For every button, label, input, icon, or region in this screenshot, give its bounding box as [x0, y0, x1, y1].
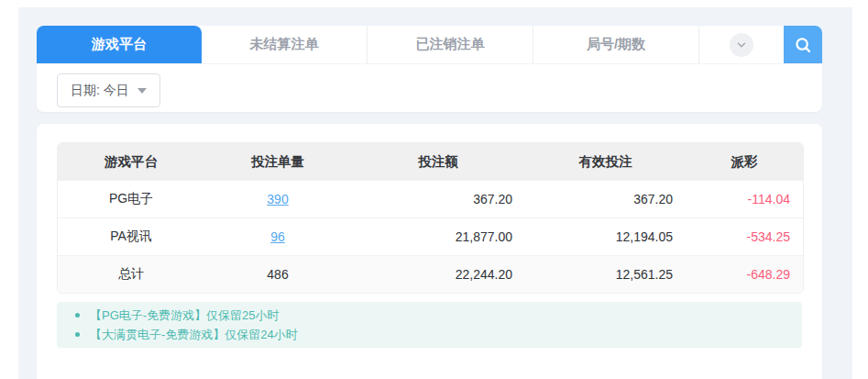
header-payout: 派彩 — [686, 143, 803, 180]
search-icon — [793, 35, 813, 55]
page-background: 游戏平台 未结算注单 已注销注单 局号/期数 — [18, 7, 852, 379]
search-button[interactable] — [784, 26, 822, 63]
tab-game-platform[interactable]: 游戏平台 — [37, 26, 202, 63]
platform-cell: PA视讯 — [58, 217, 204, 255]
payout-cell: -534.25 — [686, 217, 803, 255]
total-valid-bet-cell: 12,561.25 — [525, 255, 686, 293]
filter-row: 日期: 今日 — [37, 64, 822, 107]
tab-unsettled-orders[interactable]: 未结算注单 — [202, 26, 367, 63]
header-bet-count: 投注单量 — [204, 143, 351, 180]
note-text: 【PG电子-免费游戏】仅保留25小时 — [90, 306, 280, 325]
note-line: 【PG电子-免费游戏】仅保留25小时 — [71, 306, 787, 325]
total-label-cell: 总计 — [58, 255, 204, 293]
valid-bet-cell: 12,194.05 — [525, 217, 686, 255]
total-payout-cell: -648.29 — [686, 255, 803, 293]
table-row: PA视讯 96 21,877.00 12,194.05 -534.25 — [58, 217, 803, 255]
note-text: 【大满贯电子-免费游戏】仅保留24小时 — [90, 325, 298, 344]
bullet-icon — [75, 313, 80, 318]
results-table-wrap: 游戏平台 投注单量 投注额 有效投注 派彩 PG电子 390 367.20 36… — [57, 142, 802, 294]
total-bet-count-cell: 486 — [204, 255, 351, 293]
results-panel: 游戏平台 投注单量 投注额 有效投注 派彩 PG电子 390 367.20 36… — [37, 124, 822, 379]
retention-notes: 【PG电子-免费游戏】仅保留25小时 【大满贯电子-免费游戏】仅保留24小时 — [57, 302, 802, 348]
bet-count-link[interactable]: 390 — [267, 192, 288, 206]
payout-cell: -114.04 — [686, 180, 803, 217]
date-filter-label: 日期: 今日 — [71, 83, 129, 99]
more-tabs-toggle[interactable] — [698, 26, 784, 63]
tab-round-number[interactable]: 局号/期数 — [533, 26, 698, 63]
table-total-row: 总计 486 22,244.20 12,561.25 -648.29 — [58, 255, 803, 293]
table-row: PG电子 390 367.20 367.20 -114.04 — [58, 180, 803, 217]
bet-count-link[interactable]: 96 — [270, 229, 285, 244]
header-bet-amount: 投注额 — [351, 143, 525, 180]
bullet-icon — [75, 332, 80, 337]
filter-panel: 游戏平台 未结算注单 已注销注单 局号/期数 — [37, 26, 822, 112]
bet-amount-cell: 21,877.00 — [351, 217, 525, 255]
results-table: 游戏平台 投注单量 投注额 有效投注 派彩 PG电子 390 367.20 36… — [57, 142, 804, 294]
caret-down-icon — [137, 88, 147, 94]
bet-amount-cell: 367.20 — [351, 180, 525, 217]
tab-bar: 游戏平台 未结算注单 已注销注单 局号/期数 — [37, 26, 822, 64]
note-line: 【大满贯电子-免费游戏】仅保留24小时 — [71, 325, 787, 344]
date-filter-button[interactable]: 日期: 今日 — [57, 73, 160, 107]
platform-cell: PG电子 — [58, 180, 204, 217]
tab-cancelled-orders[interactable]: 已注销注单 — [367, 26, 533, 63]
total-bet-amount-cell: 22,244.20 — [351, 255, 525, 293]
table-header-row: 游戏平台 投注单量 投注额 有效投注 派彩 — [58, 143, 803, 180]
header-platform: 游戏平台 — [58, 143, 204, 180]
header-valid-bet: 有效投注 — [525, 143, 686, 180]
valid-bet-cell: 367.20 — [525, 180, 686, 217]
chevron-down-icon — [730, 33, 753, 57]
